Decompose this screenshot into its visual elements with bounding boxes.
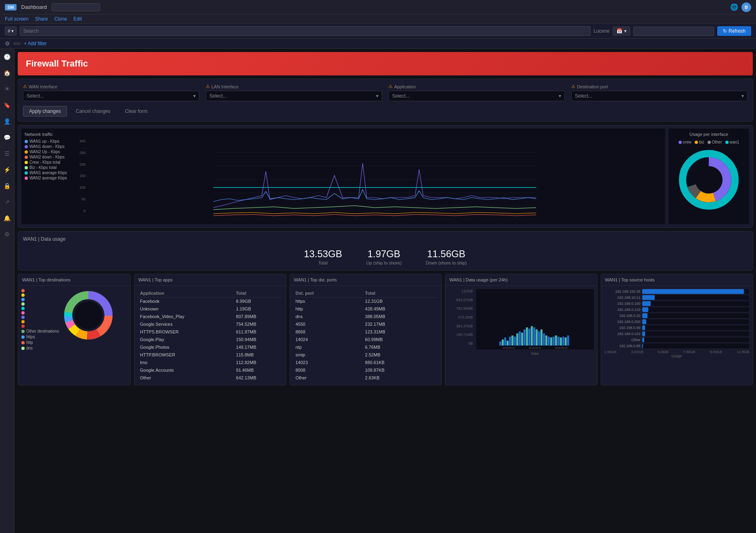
donut-chart-svg [672,148,746,212]
legend-label: Crew - Kbps total [29,160,61,164]
filters-row: ⚠ WAN Interface Select... ▾ ⚠ LAN Interf… [23,84,748,101]
app-name: Imo [138,359,234,366]
cancel-changes-button[interactable]: Cancel changes [70,106,116,117]
dst-port: 8868 [293,328,363,336]
sidebar-icon-home[interactable]: 🏠 [2,68,12,78]
legend-wan2down: WAN2 down - Kbps [25,155,67,159]
sidebar-icon-user[interactable]: 👤 [2,117,12,126]
svg-rect-38 [536,329,538,346]
sidebar-icon-lightning[interactable]: ⚡ [2,165,12,175]
table-row: http428.49MB [293,305,439,313]
app-name: Other [138,374,234,382]
dst-port: ntp [293,344,363,351]
dest-legend-item [21,302,59,306]
vbars: 2019-08-11 2019-08-18 2019-08-25 Date [476,289,594,356]
search-prefix[interactable]: # ▾ [5,27,17,35]
bar-fill [642,319,647,324]
svg-rect-49 [562,337,564,346]
logo: SM [5,4,17,10]
date-picker[interactable]: 📅 ▾ [613,27,630,35]
total-label: Total [304,260,342,265]
sidebar-icon-time[interactable]: 🕐 [2,52,12,62]
gear-icon[interactable]: ⚙ [5,40,10,47]
dest-legend-https: https [21,335,59,339]
calendar-icon: 📅 [616,28,622,34]
legend-wan1down: WAN1 down - Kbps [25,144,67,149]
bar-track [642,301,750,306]
edit-link[interactable]: Edit [73,16,82,22]
date-range-input[interactable] [633,27,714,36]
globe-icon[interactable]: 🌐 [730,3,738,11]
refresh-icon: ↻ [723,28,727,34]
sidebar-icon-eye[interactable]: 👁 [3,84,12,94]
legend-dot [25,171,28,175]
top-dst-ports-table: Dst. port Total https12.31GBhttp428.49MB… [293,289,439,382]
wan-filter-group: ⚠ WAN Interface Select... ▾ [23,84,199,101]
svg-point-22 [74,301,102,329]
sidebar-icon-chat[interactable]: 💬 [2,133,12,142]
add-filter-button[interactable]: + Add filter [24,41,47,46]
share-link[interactable]: Share [35,16,48,22]
bar-label: 192.168.0.110 [604,308,641,312]
dashboard-name-input[interactable] [52,3,100,11]
table-row: Google.Play150.94MB [138,336,283,344]
search-input[interactable] [20,26,591,36]
bar-label: 192.168.0.88 [604,344,641,348]
dst-port: http [293,305,363,313]
chart-wrapper: Network traffic WAN1 up - Kbps [21,129,665,224]
up-label: Up (ship to shore) [366,260,401,265]
warn-icon: ⚠ [388,84,393,89]
fullscreen-link[interactable]: Full screen [5,16,29,22]
dest-dot [21,335,25,339]
dst-select[interactable]: Select... ▾ [571,91,748,101]
dashboard-title: Dashboard [21,4,47,10]
legend-dot [25,150,28,154]
sidebar-icon-list[interactable]: ☰ [3,149,11,158]
warn-icon: ⚠ [23,84,27,89]
wan-select[interactable]: Select... ▾ [23,91,199,101]
filter-actions: Apply changes Cancel changes Clear form [23,106,748,117]
usage-dot [695,141,698,144]
table-row: Other2.63KB [293,374,439,382]
sidebar-icon-bell[interactable]: 🔔 [2,213,12,223]
table-row: Google.Services754.52MB [138,321,283,328]
svg-rect-37 [533,327,535,346]
sidebar-icon-settings[interactable]: ⚙ [3,229,11,239]
app-total: 150.94MB [234,336,282,344]
legend-biz: Biz - Kbps total [25,165,67,170]
usage-legend: crew biz Other [672,140,746,144]
svg-text:2019-08-11: 2019-08-11 [503,347,515,349]
legend-label: WAN1 up - Kbps [29,139,59,144]
app-total: 8.99GB [234,298,282,305]
chevron-down-icon: ▾ [559,93,561,99]
lan-select[interactable]: Select... ▾ [206,91,382,101]
usage-legend-wan1: wan1 [725,140,739,144]
legend-dot [25,156,28,159]
donut-area: Usage per interface crew biz [668,129,749,224]
bar-track [642,313,750,318]
bar-label: 192.168.0.103 [604,332,641,336]
svg-rect-27 [509,337,511,346]
sidebar-icon-lock[interactable]: 🔒 [2,181,12,191]
clone-link[interactable]: Clone [54,16,67,22]
dst-port: smtp [293,351,363,359]
clear-form-button[interactable]: Clear form [119,106,153,117]
warn-icon: ⚠ [571,84,575,89]
apply-changes-button[interactable]: Apply changes [23,106,67,117]
svg-rect-44 [550,337,552,346]
bar-label: 192.168.150.35 [604,289,641,294]
app-select[interactable]: Select... ▾ [388,91,565,101]
svg-rect-45 [553,337,555,346]
network-traffic-body: Network traffic WAN1 up - Kbps [18,125,752,227]
sidebar-icon-arrow[interactable]: ↗ [3,197,11,207]
dst-port: 4550 [293,321,363,328]
main-layout: 🕐 🏠 👁 🔖 👤 💬 ☰ ⚡ 🔒 ↗ 🔔 ⚙ Firewall Traffic… [0,49,756,533]
chevron-down-icon: ▾ [741,93,744,99]
sidebar-icon-bookmark[interactable]: 🔖 [2,100,12,110]
dest-dot [21,307,25,310]
dest-label: dns [26,346,33,350]
bar-chart-item: 192.168.0.103 [604,331,750,336]
top-apps-panel: WAN1 | Top apps Application Total Facebo… [134,274,286,385]
table-row: Unknown1.19GB [138,305,283,313]
refresh-button[interactable]: ↻ Refresh [717,26,751,36]
